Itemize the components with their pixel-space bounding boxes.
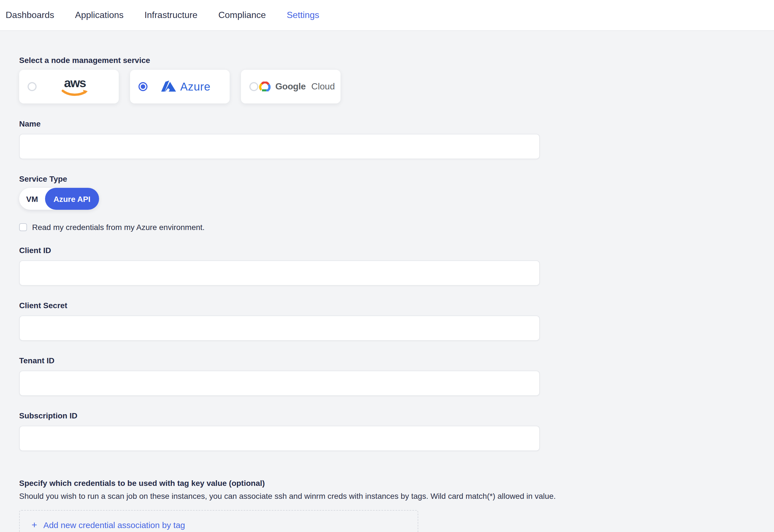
service-option-aws[interactable]: aws [19,70,119,103]
service-type-option-vm[interactable]: VM [19,188,45,210]
nav-tab-compliance[interactable]: Compliance [219,10,266,20]
client-id-label: Client ID [19,245,774,256]
google-logo-text: Google [275,82,306,92]
service-type-toggle: VM Azure API [19,188,99,210]
nav-tab-settings[interactable]: Settings [287,10,320,20]
service-picker-options: aws [19,70,774,103]
read-credentials-checkbox[interactable] [19,223,27,231]
name-input[interactable] [19,134,540,159]
settings-page: Dashboards Applications Infrastructure C… [0,0,774,532]
subscription-id-input[interactable] [19,426,540,451]
add-credential-association-button[interactable]: + Add new credential association by tag [31,520,185,530]
settings-form: Select a node management service aws [0,31,774,532]
service-type-option-azure-api[interactable]: Azure API [45,188,99,210]
tag-credentials-title: Specify which credentials to be used wit… [19,477,774,489]
add-credential-association-label: Add new credential association by tag [43,520,185,530]
tag-credentials-description: Should you wish to run a scan job on the… [19,490,774,502]
credential-association-box: + Add new credential association by tag [19,510,418,532]
azure-radio-button[interactable] [138,82,147,91]
client-secret-input[interactable] [19,315,540,341]
name-label: Name [19,118,774,129]
google-cloud-radio-button[interactable] [249,82,258,91]
client-id-input[interactable] [19,260,540,286]
google-cloud-icon [258,81,271,92]
azure-logo: Azure [147,80,224,93]
tenant-id-input[interactable] [19,371,540,396]
nav-tab-infrastructure[interactable]: Infrastructure [144,10,198,20]
aws-smile-icon [61,89,88,96]
azure-triangle-icon [161,80,176,93]
plus-icon: + [31,520,37,530]
google-cloud-logo: GoogleCloud [258,81,335,92]
read-credentials-row: Read my credentials from my Azure enviro… [19,223,774,232]
tenant-id-label: Tenant ID [19,355,774,366]
aws-radio-button[interactable] [28,82,37,91]
read-credentials-label: Read my credentials from my Azure enviro… [32,223,205,232]
aws-logo: aws [37,77,113,96]
service-picker-label: Select a node management service [19,55,774,66]
client-secret-label: Client Secret [19,300,774,311]
aws-logo-text: aws [64,77,85,89]
service-type-label: Service Type [19,173,774,184]
service-option-azure[interactable]: Azure [130,70,230,103]
azure-logo-text: Azure [180,80,211,93]
subscription-id-label: Subscription ID [19,410,774,421]
nav-tab-dashboards[interactable]: Dashboards [6,10,54,20]
top-nav: Dashboards Applications Infrastructure C… [0,0,774,31]
cloud-logo-text: Cloud [311,82,335,92]
service-option-google-cloud[interactable]: GoogleCloud [241,70,341,103]
nav-tab-applications[interactable]: Applications [75,10,124,20]
